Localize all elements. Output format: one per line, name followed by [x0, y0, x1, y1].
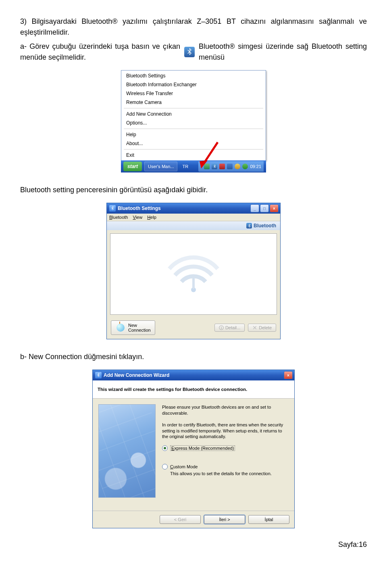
- menu-item-wireless-file-transfer[interactable]: Wireless File Transfer: [122, 89, 265, 98]
- svg-line-0: [204, 142, 218, 162]
- wizard-instruction-1: Please ensure your Bluetooth devices are…: [162, 404, 289, 416]
- paragraph-2a: a- Görev çubuğu üzerindeki tuşa basın ve…: [20, 41, 180, 63]
- new-connection-icon: [115, 322, 126, 333]
- device-list-area: [110, 233, 277, 315]
- user-tray-icon[interactable]: [242, 164, 248, 169]
- network-tray-icon[interactable]: [227, 164, 233, 169]
- menu-separator: [124, 108, 263, 108]
- new-connection-label-1: New: [128, 323, 151, 328]
- brand-bar: Bluetooth: [107, 221, 280, 230]
- paragraph-2: a- Görev çubuğu üzerindeki tuşa basın ve…: [20, 41, 367, 63]
- taskbar-clock: 09:21: [250, 164, 261, 169]
- wizard-illustration: [98, 404, 156, 498]
- close-button[interactable]: ×: [284, 371, 293, 379]
- svg-rect-3: [192, 278, 195, 289]
- menu-item-options[interactable]: Options...: [122, 118, 265, 127]
- menu-item-bt-settings[interactable]: Bluetooth Settings: [122, 71, 265, 80]
- wizard-body: Please ensure your Bluetooth devices are…: [93, 399, 294, 511]
- window-title: Add New Connection Wizard: [104, 372, 169, 378]
- menu-view[interactable]: View: [133, 215, 143, 220]
- taskbar-task[interactable]: User's Man...: [144, 162, 177, 171]
- page-number: Sayfa:16: [20, 540, 367, 549]
- red-arrow-annotation: [200, 140, 224, 168]
- bluetooth-app-icon: [109, 205, 116, 212]
- custom-hotkey: C: [170, 464, 173, 469]
- delete-label: Delete: [259, 325, 272, 330]
- start-button[interactable]: start: [123, 162, 142, 171]
- svg-rect-5: [221, 327, 222, 329]
- paragraph-3: Bluetooth setting penceresinin görüntüsü…: [20, 185, 367, 195]
- bluetooth-app-icon: [95, 372, 102, 378]
- window-title: Bluetooth Settings: [118, 206, 161, 211]
- maximize-button[interactable]: □: [260, 204, 269, 212]
- menu-item-about[interactable]: About...: [122, 139, 265, 148]
- cancel-button[interactable]: İptal: [248, 515, 289, 524]
- menubar: Bluetooth View Help: [107, 214, 280, 221]
- close-button[interactable]: ×: [270, 204, 279, 212]
- menu-item-exit[interactable]: Exit: [122, 151, 265, 160]
- next-button[interactable]: İleri >: [204, 515, 245, 524]
- brand-label: Bluetooth: [254, 223, 276, 229]
- bluetooth-icon: [246, 223, 252, 229]
- menu-item-remote-camera[interactable]: Remote Camera: [122, 98, 265, 107]
- back-button[interactable]: < Geri: [160, 515, 201, 524]
- menu-bluetooth[interactable]: Bluetooth: [109, 215, 128, 220]
- radio-unselected-icon: [162, 464, 168, 470]
- wizard-header: This wizard will create the settings for…: [93, 380, 294, 399]
- context-menu: Bluetooth Settings Bluetooth Information…: [121, 70, 266, 161]
- new-connection-button[interactable]: New Connection: [111, 320, 155, 335]
- wizard-instruction-2: In order to certify Bluetooth, there are…: [162, 422, 289, 440]
- menu-separator: [124, 149, 263, 150]
- svg-marker-1: [200, 160, 208, 168]
- svg-point-6: [221, 326, 222, 327]
- wizard-footer: < Geri İleri > İptal: [93, 511, 294, 528]
- titlebar: Bluetooth Settings _ □ ×: [107, 203, 280, 214]
- paragraph-2b: Bluetooth® simgesi üzerinde sağ Bluetoot…: [199, 41, 367, 63]
- new-connection-label-2: Connection: [128, 328, 151, 332]
- paragraph-4: b- New Connection düğmesini tıklayın.: [20, 351, 367, 362]
- taskbar-lang[interactable]: TR: [182, 164, 188, 169]
- radio-selected-icon: [162, 445, 168, 451]
- screenshot-context-menu: Bluetooth Settings Bluetooth Information…: [121, 70, 266, 172]
- window-toolbar: New Connection Detail... Delete: [107, 318, 280, 339]
- menu-separator: [124, 129, 263, 129]
- detail-button[interactable]: Detail...: [214, 324, 245, 332]
- menu-item-help[interactable]: Help: [122, 130, 265, 139]
- radio-express-mode[interactable]: Express Mode (Recommended): [162, 445, 289, 451]
- wireless-icon: [161, 249, 226, 299]
- menu-help[interactable]: Help: [147, 215, 156, 220]
- bluetooth-icon: [184, 47, 195, 57]
- menu-item-add-new-connection[interactable]: Add New Connection: [122, 110, 265, 118]
- menu-item-bt-info-exchanger[interactable]: Bluetooth Information Exchanger: [122, 80, 265, 89]
- radio-custom-mode[interactable]: Custom Mode: [162, 464, 289, 470]
- paragraph-1: 3) Bilgisayardaki Bluetooth® yazılımı ça…: [20, 16, 367, 38]
- delete-button[interactable]: Delete: [248, 324, 276, 332]
- custom-mode-description: This allows you to set the details for t…: [170, 471, 289, 476]
- detail-label: Detail...: [225, 325, 240, 330]
- add-new-connection-wizard: Add New Connection Wizard × This wizard …: [92, 370, 295, 528]
- taskbar: start User's Man... TR ‹ 09:21: [121, 160, 266, 172]
- express-hotkey: E: [171, 446, 174, 451]
- tray-icon[interactable]: [235, 164, 240, 169]
- titlebar: Add New Connection Wizard ×: [93, 370, 294, 380]
- minimize-button[interactable]: _: [250, 204, 259, 212]
- info-icon: [219, 325, 224, 330]
- delete-icon: [252, 325, 257, 330]
- bluetooth-settings-window: Bluetooth Settings _ □ × Bluetooth View …: [106, 203, 281, 339]
